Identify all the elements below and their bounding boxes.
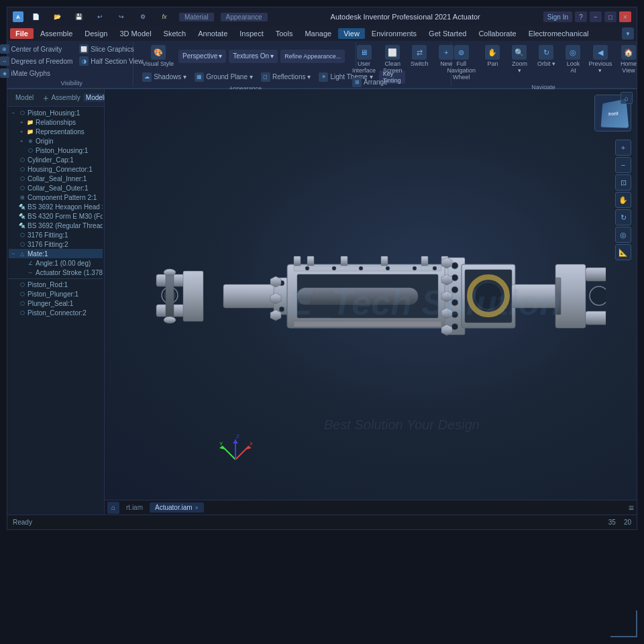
- user-interface-btn[interactable]: 🖥 UserInterface: [350, 44, 378, 76]
- toggle-origin[interactable]: +: [18, 138, 25, 144]
- perspective-dropdown[interactable]: Perspective ▾: [178, 50, 226, 63]
- tab-rtiam[interactable]: rt.iam: [121, 502, 148, 513]
- toggle-mate[interactable]: −: [10, 250, 17, 257]
- tree-item-3176-1[interactable]: + ⬡ 3176 Fitting:1: [9, 230, 103, 239]
- tree-item-plunger-seal[interactable]: + ⬡ Plunger_Seal:1: [9, 299, 103, 308]
- tree-item-relationships[interactable]: + 📁 Relationships: [9, 117, 103, 127]
- tree-item-origin[interactable]: + ⊕ Origin: [9, 136, 103, 146]
- home-view-btn[interactable]: 🏠 Home View: [615, 44, 641, 83]
- qa-redo[interactable]: ↪: [116, 11, 127, 22]
- maximize-button[interactable]: □: [604, 11, 616, 22]
- qa-open[interactable]: 📂: [52, 11, 62, 22]
- imate-glyphs-btn[interactable]: ◈ iMate Glyphs: [0, 68, 74, 78]
- menu-design[interactable]: Design: [79, 28, 113, 39]
- tab-model[interactable]: Model: [11, 93, 38, 103]
- center-of-gravity-btn[interactable]: ⊕ Center of Gravity: [0, 44, 74, 54]
- close-button[interactable]: ×: [619, 11, 631, 22]
- tree-item-collar-outer[interactable]: + ⬡ Collar_Seal_Outer:1: [9, 183, 103, 193]
- menu-manage[interactable]: Manage: [299, 28, 337, 39]
- zoom-btn[interactable]: 🔍 Zoom ▾: [507, 44, 531, 83]
- tree-item-bs3692[interactable]: + 🔩 BS 3692 Hexagon Head Sc: [9, 202, 103, 211]
- refine-dropdown[interactable]: Refine Appearance...: [280, 50, 345, 63]
- tab-close-btn[interactable]: ×: [195, 504, 199, 511]
- tree-item-piston-housing[interactable]: − ⬡ Piston_Housing:1: [9, 108, 103, 117]
- menu-file[interactable]: File: [10, 28, 34, 39]
- look-at-btn[interactable]: ◎ Look At: [561, 44, 585, 83]
- tree-item-component-pattern[interactable]: + ⊞ Component Pattern 2:1: [9, 193, 103, 202]
- appearance-field[interactable]: Appearance: [221, 13, 268, 21]
- qa-fx[interactable]: fx: [159, 11, 170, 22]
- orbit-btn[interactable]: ↻ Orbit ▾: [534, 44, 558, 83]
- tree-item-piston-rod[interactable]: + ⬡ Piston_Rod:1: [9, 278, 103, 289]
- toggle-relationships[interactable]: +: [18, 119, 25, 125]
- menu-environments[interactable]: Environments: [366, 28, 422, 39]
- previous-btn[interactable]: ◀ Previous ▾: [588, 44, 612, 83]
- tree-item-cylinder-cap[interactable]: + ⬡ Cylinder_Cap:1: [9, 155, 103, 164]
- menu-tools[interactable]: Tools: [270, 28, 299, 39]
- tree-item-angle[interactable]: + ∠ Angle:1 (0.00 deg): [9, 258, 103, 268]
- tab-actuatoriam[interactable]: Actuator.iam ×: [150, 502, 204, 513]
- nav-wheel-btn[interactable]: ⊚ Full NavigationWheel: [445, 44, 478, 83]
- qa-settings[interactable]: ⚙: [138, 11, 148, 22]
- textures-dropdown[interactable]: Textures On ▾: [229, 50, 278, 63]
- sign-in-button[interactable]: Sign In: [543, 11, 572, 22]
- shadows-icon: ☁: [142, 72, 152, 82]
- qa-undo[interactable]: ↩: [95, 11, 105, 22]
- arrange-btn[interactable]: ⊞ Arrange: [350, 77, 390, 88]
- measure-btn[interactable]: 📐: [615, 244, 631, 260]
- rotate-btn[interactable]: ↻: [615, 209, 631, 225]
- menu-3dmodel[interactable]: 3D Model: [115, 28, 157, 39]
- panel-tab-assembly[interactable]: Assembly: [51, 94, 80, 101]
- toggle-piston-housing[interactable]: −: [10, 109, 17, 116]
- home-tab-icon[interactable]: ⌂: [107, 502, 119, 514]
- tree-item-representations[interactable]: + 📁 Representations: [9, 127, 103, 136]
- switch-btn[interactable]: ⇄ Switch: [407, 44, 431, 76]
- menu-collaborate[interactable]: Collaborate: [473, 28, 521, 39]
- tree-item-mate[interactable]: − △ Mate:1: [9, 249, 103, 258]
- tree-item-bs4320[interactable]: + 🔩 BS 4320 Form E M30 (Form: [9, 211, 103, 221]
- tree-item-collar-inner[interactable]: + ⬡ Collar_Seal_Inner:1: [9, 174, 103, 183]
- shadows-btn[interactable]: ☁ Shadows ▾: [140, 72, 189, 83]
- ribbon-group-visibility: ⊕ Center of Gravity ↔ Degrees of Freedom…: [10, 42, 133, 87]
- viewport-menu-btn[interactable]: ≡: [629, 502, 634, 513]
- pan-btn[interactable]: ✋ Pan: [480, 44, 504, 83]
- menu-electromechanical[interactable]: Electromechanical: [523, 28, 594, 39]
- toggle-representations[interactable]: +: [18, 128, 25, 135]
- qa-save[interactable]: 💾: [73, 11, 84, 22]
- viewport[interactable]: E_Tech Solution Best Solution Your Desig…: [105, 89, 637, 500]
- fit-btn[interactable]: ⊡: [615, 174, 631, 191]
- menu-sketch[interactable]: Sketch: [158, 28, 192, 39]
- tree-item-bs3692b[interactable]: + 🔩 BS 3692 (Regular Thread -: [9, 221, 103, 230]
- minimize-button[interactable]: −: [590, 11, 602, 22]
- material-field[interactable]: Material: [179, 13, 214, 21]
- tree-item-piston-plunger[interactable]: + ⬡ Piston_Plunger:1: [9, 289, 103, 299]
- menu-view[interactable]: View: [338, 28, 365, 39]
- expand-ribbon-btn[interactable]: ▼: [622, 28, 634, 40]
- degrees-of-freedom-btn[interactable]: ↔ Degrees of Freedom: [0, 56, 74, 66]
- menu-annotate[interactable]: Annotate: [193, 28, 233, 39]
- tree-item-piston-connector[interactable]: + ⬡ Piston_Connector:2: [9, 308, 103, 317]
- ribbon: ⊕ Center of Gravity ↔ Degrees of Freedom…: [7, 41, 637, 89]
- visual-style-btn[interactable]: 🎨 Visual Style: [140, 44, 176, 69]
- viewport-home-btn[interactable]: ⌂: [621, 92, 633, 104]
- zoom-in-btn[interactable]: +: [615, 140, 631, 156]
- reflections-btn[interactable]: ◻ Reflections ▾: [259, 72, 313, 83]
- tree-item-3176-2[interactable]: + ⬡ 3176 Fitting:2: [9, 239, 103, 249]
- help-button[interactable]: ?: [575, 11, 587, 22]
- status-text: Ready: [13, 519, 608, 526]
- visibility-label: Visibility: [60, 80, 82, 87]
- qa-new[interactable]: 📄: [30, 11, 41, 22]
- pan-vt-btn[interactable]: ✋: [615, 192, 631, 208]
- tree-item-piston-housing-part[interactable]: + ⬡ Piston_Housing:1: [9, 146, 103, 155]
- tree-item-housing-connector[interactable]: + ⬡ Housing_Connector:1: [9, 164, 103, 174]
- clean-screen-btn[interactable]: ⬜ CleanScreen: [380, 44, 405, 76]
- zoom-out-btn[interactable]: −: [615, 157, 631, 173]
- menu-getstarted[interactable]: Get Started: [423, 28, 472, 39]
- menu-inspect[interactable]: Inspect: [234, 28, 268, 39]
- ground-plane-btn[interactable]: ▦ Ground Plane ▾: [193, 72, 255, 83]
- tree-item-stroke[interactable]: + ↔ Actuator Stroke (1.378 in): [9, 268, 103, 277]
- look-btn[interactable]: ◎: [615, 227, 631, 243]
- menu-assemble[interactable]: Assemble: [35, 28, 78, 39]
- panel-add-btn[interactable]: +: [43, 93, 48, 103]
- svg-point-28: [451, 311, 458, 318]
